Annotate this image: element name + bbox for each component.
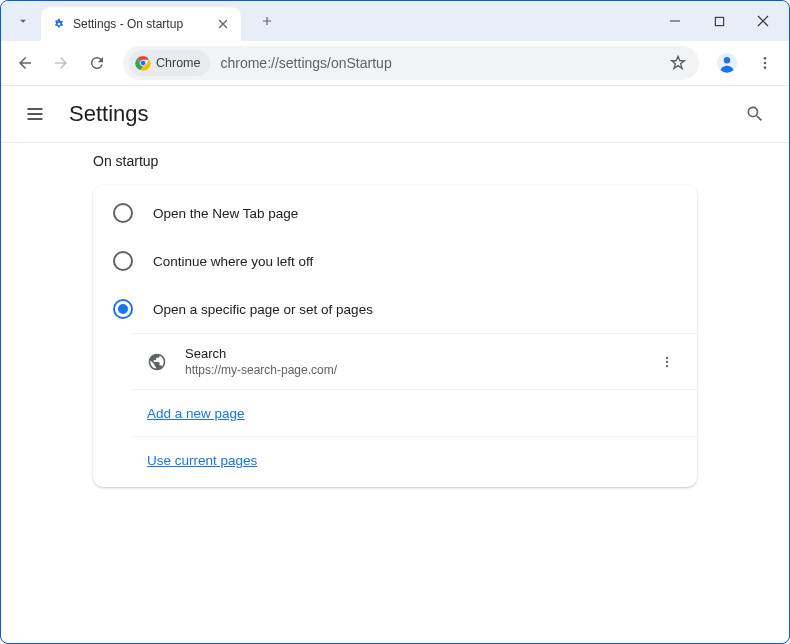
chevron-down-icon bbox=[16, 14, 30, 28]
browser-toolbar: Chrome chrome://settings/onStartup bbox=[1, 41, 789, 85]
add-page-row: Add a new page bbox=[131, 389, 697, 436]
page-title-text: Search bbox=[185, 346, 655, 361]
radio-option-continue[interactable]: Continue where you left off bbox=[93, 237, 697, 285]
radio-option-new-tab[interactable]: Open the New Tab page bbox=[93, 189, 697, 237]
radio-label: Open a specific page or set of pages bbox=[153, 302, 373, 317]
kebab-icon bbox=[660, 355, 674, 369]
startup-card: Open the New Tab page Continue where you… bbox=[93, 185, 697, 487]
page-title: Settings bbox=[69, 101, 149, 127]
radio-button[interactable] bbox=[113, 299, 133, 319]
page-info: Search https://my-search-page.com/ bbox=[185, 346, 655, 377]
hamburger-icon bbox=[25, 104, 45, 124]
kebab-icon bbox=[757, 55, 773, 71]
section-heading: On startup bbox=[93, 153, 697, 169]
startup-page-row: Search https://my-search-page.com/ bbox=[131, 334, 697, 389]
svg-point-10 bbox=[666, 360, 668, 362]
search-icon bbox=[745, 104, 765, 124]
radio-button[interactable] bbox=[113, 251, 133, 271]
tab-close-button[interactable] bbox=[215, 16, 231, 32]
arrow-left-icon bbox=[16, 54, 34, 72]
tab-search-dropdown[interactable] bbox=[9, 7, 37, 35]
browser-menu-button[interactable] bbox=[749, 47, 781, 79]
chrome-chip-label: Chrome bbox=[156, 56, 200, 70]
minimize-icon bbox=[669, 15, 681, 27]
url-text: chrome://settings/onStartup bbox=[220, 55, 663, 71]
settings-content: On startup Open the New Tab page Continu… bbox=[1, 143, 789, 487]
startup-pages-list: Search https://my-search-page.com/ Add a… bbox=[131, 333, 697, 483]
settings-header: Settings bbox=[1, 86, 789, 142]
close-window-button[interactable] bbox=[741, 5, 785, 37]
svg-point-3 bbox=[140, 60, 145, 65]
site-chip[interactable]: Chrome bbox=[129, 50, 210, 76]
svg-point-9 bbox=[666, 356, 668, 358]
add-page-link[interactable]: Add a new page bbox=[147, 406, 245, 421]
globe-icon bbox=[147, 352, 167, 372]
menu-toggle-button[interactable] bbox=[17, 96, 53, 132]
search-button[interactable] bbox=[737, 96, 773, 132]
back-button[interactable] bbox=[9, 47, 41, 79]
radio-button[interactable] bbox=[113, 203, 133, 223]
close-icon bbox=[218, 19, 228, 29]
maximize-button[interactable] bbox=[697, 5, 741, 37]
svg-point-11 bbox=[666, 364, 668, 366]
avatar-icon bbox=[716, 52, 738, 74]
radio-option-specific-pages[interactable]: Open a specific page or set of pages bbox=[93, 285, 697, 333]
chrome-logo-icon bbox=[135, 55, 151, 71]
use-current-row: Use current pages bbox=[131, 436, 697, 483]
profile-button[interactable] bbox=[713, 49, 741, 77]
svg-point-8 bbox=[764, 66, 767, 69]
address-bar[interactable]: Chrome chrome://settings/onStartup bbox=[123, 46, 699, 80]
reload-icon bbox=[88, 54, 106, 72]
radio-label: Continue where you left off bbox=[153, 254, 313, 269]
radio-label: Open the New Tab page bbox=[153, 206, 298, 221]
new-tab-button[interactable] bbox=[253, 7, 281, 35]
page-menu-button[interactable] bbox=[655, 355, 679, 369]
minimize-button[interactable] bbox=[653, 5, 697, 37]
maximize-icon bbox=[714, 16, 725, 27]
svg-point-6 bbox=[764, 57, 767, 60]
tab-title: Settings - On startup bbox=[73, 17, 215, 31]
page-url-text: https://my-search-page.com/ bbox=[185, 363, 655, 377]
star-icon bbox=[669, 54, 687, 72]
settings-gear-icon bbox=[51, 16, 67, 32]
arrow-right-icon bbox=[52, 54, 70, 72]
forward-button[interactable] bbox=[45, 47, 77, 79]
svg-point-5 bbox=[724, 57, 730, 63]
window-controls bbox=[653, 5, 785, 37]
close-icon bbox=[757, 15, 769, 27]
bookmark-button[interactable] bbox=[663, 48, 693, 78]
plus-icon bbox=[260, 14, 274, 28]
svg-point-7 bbox=[764, 62, 767, 65]
reload-button[interactable] bbox=[81, 47, 113, 79]
use-current-link[interactable]: Use current pages bbox=[147, 453, 257, 468]
browser-tab[interactable]: Settings - On startup bbox=[41, 7, 241, 41]
svg-rect-0 bbox=[715, 17, 723, 25]
window-titlebar: Settings - On startup bbox=[1, 1, 789, 41]
